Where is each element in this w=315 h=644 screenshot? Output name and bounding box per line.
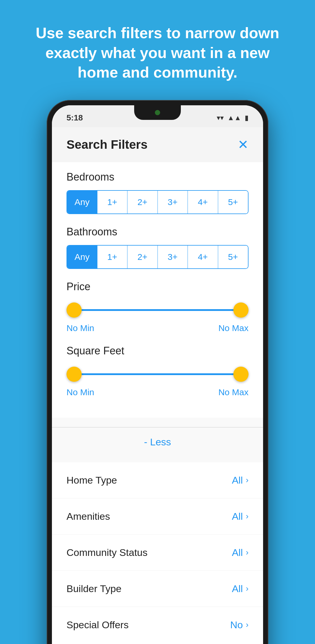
bathrooms-1plus[interactable]: 1+ <box>97 246 128 268</box>
notch <box>134 105 181 120</box>
community-status-value: All › <box>232 547 249 558</box>
less-button[interactable]: - Less <box>144 436 171 447</box>
special-offers-chevron: › <box>246 620 249 629</box>
bathrooms-5plus[interactable]: 5+ <box>218 246 248 268</box>
price-max-label: No Max <box>218 323 249 333</box>
amenities-item[interactable]: Amenities All › <box>52 498 263 535</box>
bedrooms-label: Bedrooms <box>66 171 249 183</box>
wifi-icon: ▾▾ <box>217 114 224 122</box>
phone-frame: 5:18 ▾▾ ▲▲ ▮ Search Filters ✕ Bedrooms A <box>47 100 268 644</box>
bedrooms-any[interactable]: Any <box>67 191 97 214</box>
special-offers-value: No › <box>230 619 249 631</box>
bathrooms-any[interactable]: Any <box>67 246 97 268</box>
bathrooms-4plus[interactable]: 4+ <box>188 246 218 268</box>
bedrooms-btn-group: Any 1+ 2+ 3+ 4+ 5+ <box>66 190 249 214</box>
bathrooms-2plus[interactable]: 2+ <box>127 246 158 268</box>
community-status-item[interactable]: Community Status All › <box>52 535 263 571</box>
price-max-thumb[interactable] <box>233 302 249 318</box>
status-bar: 5:18 ▾▾ ▲▲ ▮ <box>52 105 263 127</box>
sqft-label: Square Feet <box>66 345 249 357</box>
phone-screen: 5:18 ▾▾ ▲▲ ▮ Search Filters ✕ Bedrooms A <box>52 105 263 644</box>
special-offers-item[interactable]: Special Offers No › <box>52 607 263 643</box>
status-time: 5:18 <box>66 113 83 123</box>
sqft-section: Square Feet No Min No Max <box>66 345 249 397</box>
bedrooms-5plus[interactable]: 5+ <box>218 191 248 214</box>
less-section: - Less <box>52 418 263 462</box>
bathrooms-section: Bathrooms Any 1+ 2+ 3+ 4+ 5+ <box>66 226 249 269</box>
filter-header: Search Filters ✕ <box>52 127 263 162</box>
builder-type-value: All › <box>232 583 249 594</box>
hero-text: Use search filters to narrow down exactl… <box>0 0 315 100</box>
bedrooms-3plus[interactable]: 3+ <box>158 191 188 214</box>
amenities-value: All › <box>232 511 249 522</box>
sqft-min-label: No Min <box>66 387 94 397</box>
battery-icon: ▮ <box>245 114 249 122</box>
community-status-label: Community Status <box>66 547 148 558</box>
sqft-min-thumb[interactable] <box>66 367 82 382</box>
filter-body: Bedrooms Any 1+ 2+ 3+ 4+ 5+ Bathrooms An… <box>52 162 263 418</box>
bedrooms-1plus[interactable]: 1+ <box>97 191 128 214</box>
bedrooms-section: Bedrooms Any 1+ 2+ 3+ 4+ 5+ <box>66 171 249 214</box>
price-section: Price No Min No Max <box>66 281 249 333</box>
home-type-item[interactable]: Home Type All › <box>52 462 263 498</box>
price-min-thumb[interactable] <box>66 302 82 318</box>
home-type-chevron: › <box>246 475 249 485</box>
close-button[interactable]: ✕ <box>238 138 249 151</box>
home-type-label: Home Type <box>66 475 117 486</box>
amenities-chevron: › <box>246 512 249 521</box>
builder-type-item[interactable]: Builder Type All › <box>52 571 263 607</box>
builder-type-chevron: › <box>246 584 249 593</box>
special-offers-label: Special Offers <box>66 619 129 631</box>
bottom-actions: Reset Apply <box>52 643 263 644</box>
bathrooms-3plus[interactable]: 3+ <box>158 246 188 268</box>
home-type-value: All › <box>232 475 249 486</box>
price-label: Price <box>66 281 249 293</box>
filter-list: Home Type All › Amenities All › Communit… <box>52 462 263 643</box>
sqft-max-label: No Max <box>218 387 249 397</box>
status-icons: ▾▾ ▲▲ ▮ <box>217 114 249 122</box>
price-labels: No Min No Max <box>66 323 249 333</box>
bedrooms-2plus[interactable]: 2+ <box>127 191 158 214</box>
price-min-label: No Min <box>66 323 94 333</box>
sqft-slider[interactable] <box>66 364 249 384</box>
bathrooms-btn-group: Any 1+ 2+ 3+ 4+ 5+ <box>66 245 249 269</box>
community-status-chevron: › <box>246 548 249 557</box>
sqft-labels: No Min No Max <box>66 387 249 397</box>
camera <box>155 110 160 115</box>
price-track <box>66 309 249 311</box>
bedrooms-4plus[interactable]: 4+ <box>188 191 218 214</box>
amenities-label: Amenities <box>66 511 110 522</box>
builder-type-label: Builder Type <box>66 583 121 594</box>
sqft-track <box>66 373 249 375</box>
phone-wrapper: 5:18 ▾▾ ▲▲ ▮ Search Filters ✕ Bedrooms A <box>47 100 268 644</box>
sqft-max-thumb[interactable] <box>233 367 249 382</box>
signal-icon: ▲▲ <box>227 114 241 122</box>
price-slider[interactable] <box>66 300 249 320</box>
bathrooms-label: Bathrooms <box>66 226 249 238</box>
filter-title: Search Filters <box>66 138 148 152</box>
